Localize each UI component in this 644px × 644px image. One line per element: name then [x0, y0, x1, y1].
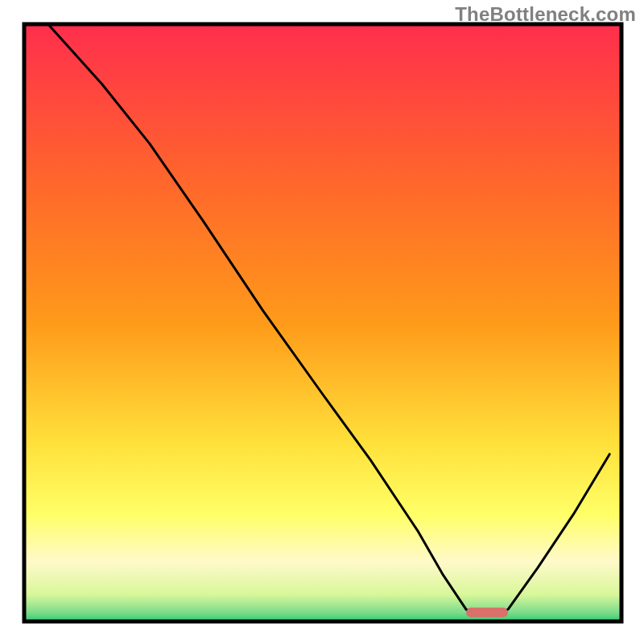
watermark-text: TheBottleneck.com: [455, 3, 636, 26]
trough-marker: [466, 608, 508, 617]
chart-svg: [0, 0, 644, 644]
chart-container: TheBottleneck.com: [0, 0, 644, 644]
gradient-background: [24, 24, 621, 621]
